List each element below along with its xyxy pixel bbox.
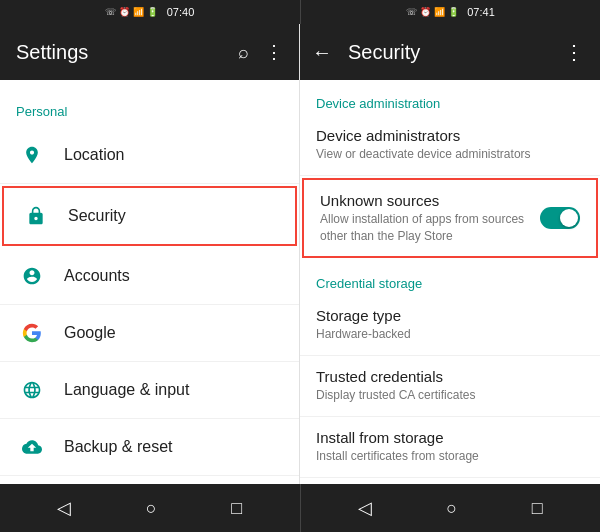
right-recent-button[interactable]: □ — [524, 490, 551, 527]
unknown-sources-text: Unknown sources Allow installation of ap… — [320, 192, 528, 245]
unknown-sources-title: Unknown sources — [320, 192, 528, 209]
clear-credentials-item[interactable]: Clear credentials — [300, 478, 600, 484]
unknown-sources-subtitle: Allow installation of apps from sources … — [320, 211, 528, 245]
credential-storage-header: Credential storage — [300, 260, 600, 295]
install-from-storage-subtitle: Install certificates from storage — [316, 448, 584, 465]
settings-item-backup[interactable]: Backup & reset — [0, 419, 299, 476]
language-label: Language & input — [64, 381, 189, 399]
right-more-icon[interactable]: ⋮ — [556, 32, 592, 72]
unknown-sources-item[interactable]: Unknown sources Allow installation of ap… — [302, 178, 598, 259]
signal-icon: 📶 — [133, 7, 144, 17]
device-admins-text: Device administrators View or deactivate… — [316, 127, 584, 163]
left-back-button[interactable]: ◁ — [49, 489, 79, 527]
left-toolbar: Settings ⌕ ⋮ — [0, 24, 299, 80]
status-bar-left: ☏ ⏰ 📶 🔋 07:40 — [0, 0, 300, 24]
install-from-storage-item[interactable]: Install from storage Install certificate… — [300, 417, 600, 478]
location-label: Location — [64, 146, 125, 164]
google-label: Google — [64, 324, 116, 342]
left-time: 07:40 — [167, 6, 195, 18]
status-bar-right: ☏ ⏰ 📶 🔋 07:41 — [301, 0, 601, 24]
location-icon — [16, 139, 48, 171]
phone-icon-r: ☏ — [406, 7, 417, 17]
right-home-button[interactable]: ○ — [438, 490, 465, 527]
trusted-credentials-text: Trusted credentials Display trusted CA c… — [316, 368, 584, 404]
alarm-icon-r: ⏰ — [420, 7, 431, 17]
device-admins-title: Device administrators — [316, 127, 584, 144]
left-recent-button[interactable]: □ — [223, 490, 250, 527]
search-icon[interactable]: ⌕ — [238, 42, 249, 63]
left-panel: Settings ⌕ ⋮ Personal Location — [0, 24, 300, 484]
settings-list: Personal Location Security — [0, 80, 299, 484]
settings-item-accounts[interactable]: Accounts — [0, 248, 299, 305]
right-panel: ← Security ⋮ Device administration Devic… — [300, 24, 600, 484]
battery-icon-r: 🔋 — [448, 7, 459, 17]
right-time: 07:41 — [467, 6, 495, 18]
trusted-credentials-subtitle: Display trusted CA certificates — [316, 387, 584, 404]
more-icon[interactable]: ⋮ — [265, 41, 283, 63]
main-content: Settings ⌕ ⋮ Personal Location — [0, 24, 600, 484]
install-from-storage-text: Install from storage Install certificate… — [316, 429, 584, 465]
left-home-button[interactable]: ○ — [138, 490, 165, 527]
unknown-sources-toggle[interactable] — [540, 207, 580, 229]
settings-item-security[interactable]: Security — [2, 186, 297, 246]
device-admins-item[interactable]: Device administrators View or deactivate… — [300, 115, 600, 176]
right-status-icons: ☏ ⏰ 📶 🔋 07:41 — [406, 6, 495, 18]
battery-icon: 🔋 — [147, 7, 158, 17]
language-icon — [16, 374, 48, 406]
trusted-credentials-title: Trusted credentials — [316, 368, 584, 385]
google-icon — [16, 317, 48, 349]
left-status-icons: ☏ ⏰ 📶 🔋 07:40 — [105, 6, 194, 18]
security-icon — [20, 200, 52, 232]
security-list: Device administration Device administrat… — [300, 80, 600, 484]
status-bars: ☏ ⏰ 📶 🔋 07:40 ☏ ⏰ 📶 🔋 07:41 — [0, 0, 600, 24]
security-title: Security — [348, 41, 548, 64]
right-back-button[interactable]: ◁ — [350, 489, 380, 527]
left-nav-bar: ◁ ○ □ — [0, 484, 300, 532]
settings-item-language[interactable]: Language & input — [0, 362, 299, 419]
device-admins-subtitle: View or deactivate device administrators — [316, 146, 584, 163]
storage-type-title: Storage type — [316, 307, 584, 324]
accounts-icon — [16, 260, 48, 292]
install-from-storage-title: Install from storage — [316, 429, 584, 446]
wifi-icon-r: 📶 — [434, 7, 445, 17]
personal-section-header: Personal — [0, 88, 299, 127]
trusted-credentials-item[interactable]: Trusted credentials Display trusted CA c… — [300, 356, 600, 417]
storage-type-text: Storage type Hardware-backed — [316, 307, 584, 343]
backup-icon — [16, 431, 48, 463]
device-admin-header: Device administration — [300, 80, 600, 115]
alarm-icon: ⏰ — [119, 7, 130, 17]
nav-bars: ◁ ○ □ ◁ ○ □ — [0, 484, 600, 532]
backup-label: Backup & reset — [64, 438, 173, 456]
security-label: Security — [68, 207, 126, 225]
back-button[interactable]: ← — [304, 33, 340, 72]
settings-title: Settings — [16, 41, 88, 64]
right-toolbar: ← Security ⋮ — [300, 24, 600, 80]
settings-item-google[interactable]: Google — [0, 305, 299, 362]
phone-icon: ☏ — [105, 7, 116, 17]
accounts-label: Accounts — [64, 267, 130, 285]
right-nav-bar: ◁ ○ □ — [301, 484, 601, 532]
left-toolbar-icons: ⌕ ⋮ — [238, 41, 283, 63]
settings-item-location[interactable]: Location — [0, 127, 299, 184]
storage-type-subtitle: Hardware-backed — [316, 326, 584, 343]
storage-type-item[interactable]: Storage type Hardware-backed — [300, 295, 600, 356]
